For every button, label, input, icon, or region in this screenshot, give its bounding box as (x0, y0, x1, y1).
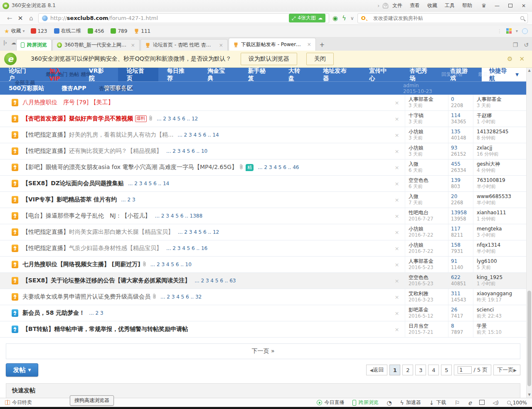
today-sale-link[interactable]: 今日特卖 (12, 399, 32, 406)
reply-count[interactable]: 13958 (451, 210, 473, 216)
lastpost-user[interactable]: zxlacjj (477, 145, 524, 151)
maximize-button[interactable] (505, 2, 516, 10)
nav-item-500万彩票站[interactable]: 500万彩票站 (0, 85, 53, 92)
nav-item-淘金宝典[interactable]: 淘金宝典 (199, 68, 239, 81)
lastpost-user[interactable]: scienci (477, 307, 524, 313)
nav-item-每日推荐[interactable]: 每日推荐 (158, 68, 199, 81)
dismiss-icon[interactable]: × (389, 143, 405, 159)
tab-论坛首页 - 杏吧 性吧 杏吧有你[interactable]: 论坛首页 - 杏吧 性吧 杏吧有你× (140, 39, 228, 51)
favorites-label[interactable]: 收藏 (11, 27, 21, 34)
reply-count[interactable]: 117 (451, 226, 473, 232)
tab-close-icon[interactable]: × (131, 42, 135, 48)
thread-title-link[interactable]: 【性吧指定直播】还有胸比我更大的吗？【精品视频】 (22, 147, 162, 155)
dismiss-icon[interactable]: × (389, 176, 405, 191)
thread-title-link[interactable]: 【电台】操逼那些事之母子乱伦 NJ：【小莅儿】 (22, 212, 151, 220)
vertical-scrollbar[interactable]: ▲ ▼ (526, 68, 532, 398)
reply-count[interactable]: 139 (451, 177, 473, 184)
back-icon[interactable]: ← (4, 15, 15, 22)
lastpost-user[interactable]: 1413282545 (477, 129, 524, 135)
nav-item-宣传中心[interactable]: 宣传中心 (360, 68, 401, 81)
bookmark-item[interactable]: 123 (31, 27, 47, 34)
lastpost-user[interactable]: 学景 (477, 323, 524, 329)
lastpost-user[interactable]: xiaoyanggang (477, 291, 524, 297)
status-item-gauge-icon[interactable]: ◔ (387, 399, 392, 406)
reply-count[interactable]: 91 (451, 258, 473, 265)
pagination-page-5[interactable]: 5 (441, 365, 452, 375)
lastpost-user[interactable]: www6685533 (477, 193, 524, 200)
nav-item-管理事务区[interactable]: 管理事务区 (95, 85, 142, 92)
expand-tabs-icon[interactable]: |› (3, 40, 7, 46)
author-name[interactable]: 日月当空 (409, 323, 448, 329)
author-name[interactable]: 小坊娘 (409, 226, 448, 232)
dismiss-icon[interactable]: × (389, 159, 405, 175)
menu-item-文件[interactable]: 文件 (392, 2, 402, 9)
status-item-100%[interactable]: 100% (507, 400, 527, 406)
page-links[interactable]: ... 2 3 4 5 6 .. 12 (178, 229, 219, 235)
author-name[interactable]: 小坊娘 (409, 129, 448, 135)
status-item-今日直播[interactable]: 今日直播 (317, 399, 344, 406)
status-item-下载[interactable]: ↓下载 (429, 399, 446, 406)
status-item-flag-icon[interactable]: ⚐ (455, 399, 460, 406)
thread-title-link[interactable]: 【BT转贴】精华帖申请，常规举报，优秀辅警与转帖奖励申请帖 (22, 326, 188, 333)
scrollbar-thumb[interactable] (527, 291, 531, 386)
thread-title-link[interactable]: 【影吧】眼镜哥的漂亮女朋友asia fox 電擊小穴高潮 高难度一字马【MP4/… (22, 164, 237, 171)
nav-item-地址发布器[interactable]: 地址发布器 (314, 68, 360, 81)
dismiss-icon[interactable]: × (389, 305, 405, 321)
status-item-window-icon[interactable] (480, 401, 485, 405)
nav-item-新手秘笈[interactable]: 新手秘笈 (239, 68, 280, 81)
author-name[interactable]: 影吧基金 (409, 307, 448, 313)
thread-title-link[interactable]: 【性吧指定直播】气质少妇苗条身材性感【精品宝贝】 (22, 245, 162, 252)
dismiss-icon[interactable]: × (389, 257, 405, 272)
tab-跨屏浏览[interactable]: 跨屏浏览 (16, 39, 52, 51)
menu-item-收藏[interactable]: 收藏 (427, 2, 437, 9)
stop-icon[interactable]: ✕ (15, 15, 26, 22)
page-links[interactable]: ... 2 3 4 5 6 .. 1388 (155, 213, 203, 219)
page-links[interactable]: ... 2 3 4 5 6 .. 14 (128, 181, 169, 186)
restore-tabs-icon[interactable]: ❐ (513, 42, 518, 48)
nav-item-微杏APP[interactable]: 微杏APP (53, 85, 95, 92)
page-links[interactable]: ... 2 3 (121, 197, 135, 203)
thread-title-link[interactable]: 【性吧指定直播】好美的乳房，看着就让男人有动力【精... (22, 131, 173, 139)
close-button[interactable]: ✕ (518, 2, 530, 10)
lastpost-user[interactable]: xianhao111 (477, 210, 524, 216)
thread-title-link[interactable]: 【杏吧首发资源】疑似好声音学员不雅视频 (22, 115, 133, 122)
page-links[interactable]: ... 2 3 4 5 6 .. 16 (166, 245, 207, 251)
menu-item-工具[interactable]: 工具 (445, 2, 455, 9)
minimize-button[interactable]: — (491, 2, 503, 10)
gear-icon[interactable]: ⚙ (507, 55, 512, 63)
page-links[interactable]: ... 2 3 4 5 6 .. 14 (177, 132, 219, 138)
page-links[interactable]: ... 2 3 (89, 310, 103, 316)
dismiss-icon[interactable]: × (389, 95, 405, 110)
dismiss-icon[interactable]: × (389, 208, 405, 224)
favorites-star-icon[interactable]: ★ (4, 28, 10, 34)
page-jump-input[interactable] (458, 366, 472, 374)
author-name[interactable]: 小坊娘 (409, 242, 448, 248)
nav-item-大转盘[interactable]: 大转盘 (280, 68, 314, 81)
cloud-sync-icon[interactable]: ☁ (11, 40, 16, 46)
reply-count[interactable]: 622 (451, 274, 473, 281)
thread-title-link[interactable]: 【SEX8】DZ论坛面向会员问题搜集贴 (22, 180, 124, 187)
page-links[interactable]: ... 2 3 4 5 6 .. 32 (160, 294, 202, 300)
skin-theme-icon[interactable]: ♛ (478, 2, 490, 10)
thread-title-link[interactable]: 【性吧指定直播】时尚美女露出那白嫩大长腿【精品宝贝】 (22, 228, 174, 236)
quick-nav-button[interactable]: 快捷导航▼ (482, 68, 526, 81)
thread-title-link[interactable]: 【VIP专享】影吧精品荟萃 佳片有约 (22, 196, 117, 203)
menu-item-查看[interactable]: 查看 (410, 2, 420, 9)
status-item-跨屏浏览[interactable]: 跨屏浏览 (352, 399, 378, 406)
chevron-down-icon[interactable]: ∨ (350, 15, 354, 21)
thread-title-link[interactable]: 八月热搜职位 序号 [79] 【美工】 (22, 99, 114, 106)
lastpost-user[interactable]: 人事部基金 (477, 96, 524, 103)
author-name[interactable]: 空空色色 (409, 177, 448, 184)
dismiss-icon[interactable]: × (389, 273, 405, 289)
pagination-next-button[interactable]: 下一页 ▶ (493, 365, 520, 375)
dismiss-icon[interactable]: × (389, 240, 405, 256)
thread-title-link[interactable]: 七月热搜职位【网络视频女主播】 [周薪过万] (22, 261, 140, 268)
tab-close-icon[interactable]: × (219, 42, 223, 48)
url-text[interactable]: http://sexclub8.com/forum-427-1.html (50, 15, 289, 21)
set-default-button[interactable]: 设为默认浏览器 (241, 53, 297, 65)
pagination-page-2[interactable]: 2 (402, 365, 413, 375)
author-name[interactable]: 艾欧利雅 (409, 291, 448, 297)
dismiss-icon[interactable]: × (389, 224, 405, 240)
url-box[interactable]: http://sexclub8.com/forum-427-1.html ⤢4张… (38, 13, 329, 23)
page-links[interactable]: ... 2 3 4 5 6 .. 10 (150, 262, 192, 267)
